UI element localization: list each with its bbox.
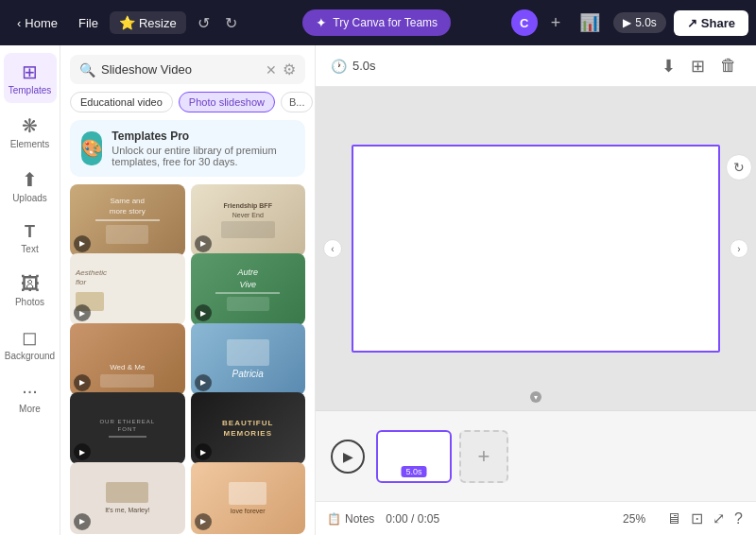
- bottom-bar: 📋 Notes 0:00 / 0:05 25% 🖥 ⊡ ⤢ ?: [316, 501, 756, 535]
- play-icon: ▶: [74, 513, 91, 530]
- pill-more[interactable]: B...: [281, 92, 314, 112]
- pro-banner: 🎨 Templates Pro Unlock our entire librar…: [70, 120, 305, 177]
- share-button[interactable]: ↗ Share: [674, 10, 748, 36]
- sidebar-item-label: Photos: [15, 297, 44, 307]
- template-card[interactable]: Wed & Me ▶: [70, 323, 185, 395]
- search-bar[interactable]: 🔍 ✕ ⚙: [70, 55, 305, 84]
- template-card[interactable]: Same and more story ▶: [70, 184, 185, 256]
- sidebar-item-text[interactable]: T Text: [4, 215, 57, 262]
- canvas-frame: ↻: [352, 145, 720, 353]
- panel-toggle-right[interactable]: ›: [730, 239, 748, 258]
- duration-display: 🕐 5.0s: [331, 59, 376, 74]
- play-icon: ▶: [74, 374, 91, 391]
- try-teams-label: Try Canva for Teams: [333, 16, 438, 29]
- chart-icon[interactable]: 📊: [574, 9, 606, 37]
- sidebar-item-label: Background: [5, 351, 55, 361]
- pill-photo-slideshow[interactable]: Photo slideshow: [179, 92, 275, 112]
- file-button[interactable]: File: [69, 10, 108, 36]
- play-icon: ▶: [195, 235, 212, 252]
- clear-icon[interactable]: ✕: [266, 62, 277, 78]
- template-card[interactable]: BEAUTIFUL MEMORIES ▶: [191, 392, 306, 464]
- templates-panel: 🔍 ✕ ⚙ Educational video Photo slideshow …: [60, 45, 316, 535]
- template-card[interactable]: Autre Vive ▶: [191, 253, 306, 325]
- try-teams-button[interactable]: ✦ Try Canva for Teams: [302, 9, 451, 36]
- sidebar-item-background[interactable]: ◻ Background: [4, 319, 57, 369]
- add-button[interactable]: +: [545, 9, 567, 37]
- panel-toggle-left[interactable]: ‹: [323, 239, 342, 258]
- search-input[interactable]: [101, 62, 260, 77]
- bottom-icons: 🖥 ⊡ ⤢ ?: [664, 508, 745, 529]
- share-label: Share: [701, 16, 735, 30]
- timeline: ▶ 5.0s +: [316, 410, 756, 501]
- frame-duration: 5.0s: [401, 466, 426, 477]
- template-card[interactable]: Friendship BFF Never End ▶: [191, 184, 306, 256]
- template-card[interactable]: love forever ▶: [191, 462, 306, 534]
- sidebar-item-label: Templates: [9, 85, 52, 95]
- sidebar-item-uploads[interactable]: ⬆ Uploads: [4, 161, 57, 211]
- help-icon[interactable]: ?: [732, 508, 745, 529]
- home-button[interactable]: ‹ Home: [8, 10, 67, 36]
- template-card[interactable]: OUR ETHEREAL FONT ▶: [70, 392, 185, 464]
- share-icon: ↗: [687, 16, 697, 30]
- photos-icon: 🖼: [21, 273, 40, 295]
- pro-icon: 🎨: [81, 131, 102, 165]
- clock-icon: 🕐: [331, 59, 347, 74]
- template-card[interactable]: Aesthetic flor ▶: [70, 253, 185, 325]
- fullscreen-icon[interactable]: ⤢: [711, 508, 727, 529]
- template-card[interactable]: It's me, Marley! ▶: [70, 462, 185, 534]
- sidebar-item-label: Text: [21, 244, 38, 254]
- pro-title: Templates Pro: [112, 129, 294, 143]
- zoom-level: 25%: [623, 512, 645, 526]
- sidebar-item-photos[interactable]: 🖼 Photos: [4, 266, 57, 315]
- play-icon: ▶: [195, 513, 212, 530]
- sidebar-item-elements[interactable]: ❋ Elements: [4, 107, 57, 157]
- template-grid: Same and more story ▶ Friendship BFF Nev…: [60, 184, 315, 535]
- chevron-left-icon: ‹: [17, 16, 21, 30]
- play-icon: ▶: [74, 235, 91, 252]
- time-display: 0:00 / 0:05: [386, 512, 439, 526]
- undo-redo-group: ↺ ↻: [192, 9, 243, 38]
- scroll-indicator: ▾: [530, 391, 541, 403]
- screen-icon[interactable]: 🖥: [664, 508, 683, 529]
- home-label: Home: [25, 16, 58, 30]
- nav-duration-label: 5.0s: [635, 16, 657, 29]
- sidebar-item-more[interactable]: ··· More: [4, 372, 57, 422]
- delete-icon[interactable]: 🗑: [716, 52, 741, 79]
- more-icon: ···: [22, 380, 38, 402]
- category-pills: Educational video Photo slideshow B...: [60, 92, 315, 120]
- file-label: File: [78, 16, 98, 30]
- template-card[interactable]: Patricia ▶: [191, 323, 306, 395]
- pro-text-block: Templates Pro Unlock our entire library …: [112, 129, 294, 167]
- frame-item[interactable]: 5.0s: [376, 430, 452, 483]
- sidebar-item-label: Elements: [10, 139, 50, 149]
- refresh-button[interactable]: ↻: [726, 154, 752, 181]
- duration-badge[interactable]: ▶ 5.0s: [613, 12, 666, 33]
- text-icon: T: [25, 222, 35, 242]
- notes-button[interactable]: 📋 Notes: [327, 512, 374, 526]
- nav-center: ✦ Try Canva for Teams: [247, 9, 507, 36]
- resize-emoji: ⭐: [119, 15, 135, 30]
- play-button[interactable]: ▶: [331, 440, 365, 474]
- filter-icon[interactable]: ⚙: [283, 60, 296, 78]
- templates-icon: ⊞: [22, 60, 38, 83]
- pill-educational[interactable]: Educational video: [70, 92, 173, 112]
- play-icon: ▶: [195, 443, 212, 460]
- undo-button[interactable]: ↺: [192, 9, 215, 38]
- canvas-duration-label: 5.0s: [352, 59, 376, 73]
- add-frame-button[interactable]: +: [459, 430, 508, 483]
- download-icon[interactable]: ⬇: [658, 52, 679, 80]
- sidebar-item-templates[interactable]: ⊞ Templates: [4, 53, 57, 103]
- redo-button[interactable]: ↻: [219, 9, 243, 38]
- sidebar-item-label: More: [19, 404, 41, 414]
- resize-label: Resize: [139, 16, 177, 30]
- search-icon: 🔍: [79, 62, 95, 78]
- play-icon: ▶: [74, 443, 91, 460]
- top-nav: ‹ Home File ⭐ Resize ↺ ↻ ✦ Try Canva for…: [0, 0, 756, 45]
- grid-icon[interactable]: ⊡: [689, 508, 705, 529]
- star-icon: ✦: [316, 15, 327, 30]
- resize-button[interactable]: ⭐ Resize: [110, 11, 186, 34]
- play-icon: ▶: [623, 16, 631, 29]
- avatar[interactable]: C: [511, 9, 538, 36]
- background-icon: ◻: [22, 326, 38, 349]
- grid-view-icon[interactable]: ⊞: [687, 52, 709, 80]
